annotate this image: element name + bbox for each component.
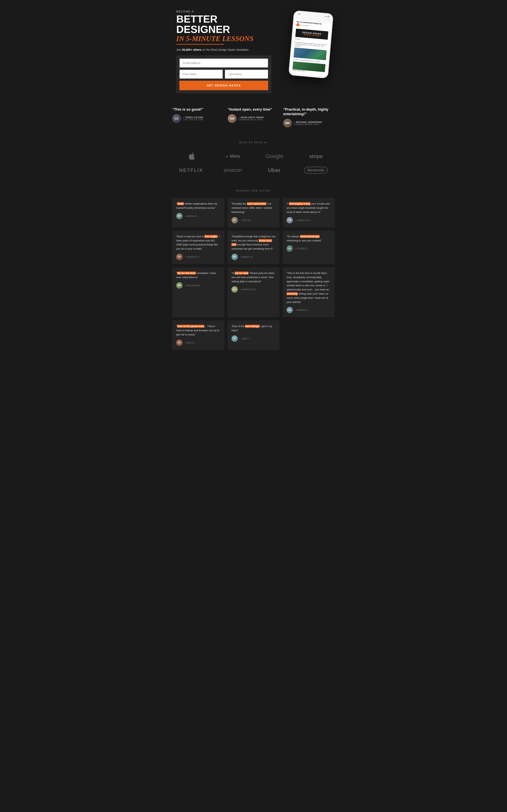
hero-desc-post: on the (free) Design Hacks newsletter. [202, 48, 249, 51]
review-card-2: “Possibly the best newsletter I’ve recei… [228, 198, 280, 227]
avatar-michael: MR [283, 119, 292, 128]
review-text-7: “By far the best newsletter I have ever … [176, 271, 220, 280]
review-author-2: TL TRICIA L. [231, 217, 276, 223]
testimonial-quote-2: “Instant open, every time” [228, 107, 279, 112]
name-row [179, 69, 268, 79]
sender-avatar: E [296, 23, 300, 27]
review-avatar-9: MZ [287, 307, 293, 313]
author-name-2: – SEAN SWYX WANG [238, 116, 279, 118]
testimonial-item-3: “Practical, in-depth, highly entertainin… [283, 107, 335, 128]
author-name-1: – CHRIS COYIER [183, 116, 224, 118]
review-text-8: “A joy to read! Please post me when you … [231, 271, 276, 284]
highlight-know-your-shit: know your shit [231, 239, 272, 246]
apple-icon [187, 152, 195, 161]
email-input[interactable] [179, 58, 268, 67]
avatar-chris: CC [172, 114, 181, 123]
author-name-3: – MICHAEL RIDDERING [294, 121, 335, 123]
review-text-11: “One of the best things I get in my inbo… [231, 324, 276, 333]
review-avatar-4: VS [176, 254, 183, 260]
highlight-best-things: best things [245, 325, 260, 328]
author-site-1: CSS-TRICKS.COM [183, 118, 224, 121]
review-name-6: STEEN C. [294, 247, 308, 250]
review-author-5: NR NANDO R. [231, 254, 276, 260]
review-text-1: “Gold! Better explanations than my Caree… [176, 202, 220, 210]
review-author-10: DO DAN O. [176, 340, 220, 346]
hero-description: Join 50,000+ others on the (free) Design… [176, 48, 271, 51]
review-name-3: CAMILLE B. [294, 219, 311, 221]
review-text-6: “It’s always mind-blowingly refreshing t… [287, 235, 331, 243]
review-author-8: KB KARSTEN B. [231, 286, 276, 293]
readers-section: READERS ARE SAYING “Gold! Better explana… [164, 182, 343, 358]
testimonial-author-1: CC – CHRIS COYIER CSS-TRICKS.COM [172, 114, 224, 123]
uber-wordmark: Uber [268, 167, 281, 173]
review-author-7: MB MUJAHID B. [176, 282, 220, 289]
phone-nav-icons: ⋯ ↑ ⋮ [324, 19, 329, 21]
phone-icons: ▲ ▲ ■ [324, 15, 329, 17]
review-text-10: “One of the great ones... They’d have to… [176, 324, 220, 337]
review-name-7: MUJAHID B. [184, 284, 201, 287]
review-avatar-10: DO [176, 340, 183, 346]
testimonial-author-2: SW – SEAN SWYX WANG LEARNINPUBLIC.ORG [228, 114, 279, 123]
reviews-grid: “Gold! Better explanations than my Caree… [172, 198, 335, 350]
review-avatar-6: SC [287, 245, 293, 252]
review-author-3: CB CAMILLE B. [287, 217, 331, 223]
highlight-mind-blowingly: mind-blowingly [300, 235, 320, 238]
author-info-1: – CHRIS COYIER CSS-TRICKS.COM [183, 116, 224, 121]
hero-underline-decoration [176, 44, 224, 45]
review-text-3: “I thoroughly enjoy your emails and you … [287, 202, 331, 214]
hero-subtitle: BECOME A [176, 10, 271, 13]
phone-time-ago: 7 [309, 25, 310, 27]
phone-sender: Erik Kennedy [300, 24, 308, 27]
testimonial-item-1: “This is so good!” CC – CHRIS COYIER CSS… [172, 107, 224, 128]
logo-google: Google [256, 153, 293, 159]
review-card-5: “Simplified enough that a beginner can r… [228, 231, 280, 264]
review-name-11: JON K. [239, 338, 250, 340]
signup-form: GET DESIGN HACKS [176, 55, 271, 93]
review-card-8: “A joy to read! Please post me when you … [228, 267, 280, 317]
review-author-11: JK JON K. [231, 336, 276, 342]
firstname-input[interactable] [179, 69, 223, 79]
review-card-6: “It’s always mind-blowingly refreshing t… [283, 231, 335, 264]
highlight-best-newsletter: best newsletter [247, 202, 267, 205]
review-text-4: “Each e-mail you sent is like magic. I h… [176, 235, 220, 251]
hero-title: BETTER DESIGNER [176, 14, 271, 35]
submit-button[interactable]: GET DESIGN HACKS [179, 81, 268, 90]
highlight-by-far: By far the best [177, 271, 196, 274]
logo-uber: Uber [256, 167, 293, 173]
logo-meta: ∞ Meta [214, 154, 251, 159]
logo-amazon: amazon [214, 167, 251, 173]
review-text-2: “Possibly the best newsletter I’ve recei… [231, 202, 276, 214]
review-name-5: NANDO R. [239, 256, 254, 258]
testimonial-author-3: MR – MICHAEL RIDDERING FIGMA ACADEMY.COM [283, 119, 335, 128]
hero-desc-pre: Join [176, 48, 182, 51]
highlight-one-of-great: One of the great ones [177, 325, 205, 328]
review-name-8: KARSTEN B. [239, 288, 257, 291]
review-author-9: MZ MARIKA Z. [287, 307, 331, 313]
phone-mockup: 9:41 ▲ ▲ ■ ‹ ⋯ ↑ ⋮ My #1 unpublished des… [288, 10, 334, 79]
highlight-gold: Gold [177, 202, 184, 205]
review-card-3: “I thoroughly enjoy your emails and you … [283, 198, 335, 227]
back-icon[interactable]: ‹ [297, 17, 297, 18]
amazon-wordmark: amazon [224, 167, 242, 173]
testimonials-row: “This is so good!” CC – CHRIS COYIER CSS… [164, 101, 343, 134]
review-card-4: “Each e-mail you sent is like magic. I h… [172, 231, 224, 264]
review-card-9: “This is the first time in my life that … [283, 267, 335, 317]
lastname-input[interactable] [225, 69, 268, 79]
review-name-4: VICENTE S. [184, 256, 201, 258]
review-card-11: “One of the best things I get in my inbo… [228, 320, 280, 350]
google-wordmark: Google [265, 153, 283, 159]
review-avatar-1: MD [176, 213, 183, 219]
review-card-7: “By far the best newsletter I have ever … [172, 267, 224, 317]
highlight-joy-to-read: joy to read [235, 271, 248, 274]
review-name-10: DAN O. [184, 342, 195, 344]
phone-content: DESIGN HACKS NEWSLETTER Hey Seth,Ever no… [290, 27, 331, 77]
phone-screen: 9:41 ▲ ▲ ■ ‹ ⋯ ↑ ⋮ My #1 unpublished des… [290, 12, 332, 77]
review-author-4: VS VICENTE S. [176, 254, 220, 260]
nintendo-wordmark: Nintendo [304, 167, 328, 174]
review-avatar-8: KB [231, 286, 238, 293]
avatar-sean: SW [228, 114, 236, 123]
read-by-label: READ BY PROS AT [172, 141, 335, 144]
phone-image-1 [293, 48, 327, 60]
author-site-2: LEARNINPUBLIC.ORG [238, 118, 279, 121]
review-card-1: “Gold! Better explanations than my Caree… [172, 198, 224, 227]
